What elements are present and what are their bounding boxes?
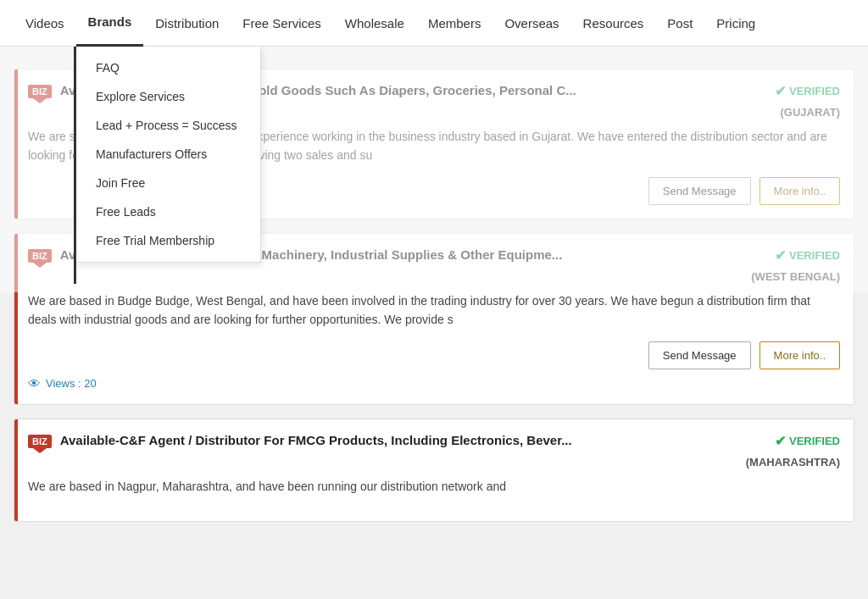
nav-item-post[interactable]: Post [655, 0, 704, 47]
biz-badge-wrap-3: BIZ [28, 435, 52, 448]
card-left-bar-2 [14, 234, 18, 404]
eye-icon-2: 👁 [28, 376, 41, 391]
nav-item-pricing[interactable]: Pricing [704, 0, 767, 47]
nav-label-resources: Resources [583, 16, 644, 31]
verified-icon-2: ✔ [775, 247, 786, 263]
location-3: (MAHARASHTRA) [28, 456, 840, 469]
card-desc-2: We are based in Budge Budge, West Bengal… [28, 291, 840, 330]
verified-badge-1: ✔ VERIFIED [775, 83, 840, 99]
nav-left-bar [74, 47, 76, 284]
biz-badge-2: BIZ [28, 249, 52, 263]
verified-text-1: VERIFIED [789, 85, 840, 97]
nav-label-distribution: Distribution [155, 16, 219, 31]
verified-text-3: VERIFIED [789, 435, 840, 447]
nav-item-overseas[interactable]: Overseas [492, 0, 570, 47]
nav-label-overseas: Overseas [504, 16, 559, 31]
card-left-bar [14, 69, 18, 219]
biz-badge-wrap-2: BIZ [28, 249, 52, 263]
dropdown-item-explore-services[interactable]: Explore Services [75, 82, 260, 111]
verified-icon-3: ✔ [775, 433, 786, 449]
nav-item-wholesale[interactable]: Wholesale [333, 0, 416, 47]
views-row-2: 👁 Views : 20 [28, 376, 840, 391]
verified-badge-2: ✔ VERIFIED [775, 247, 840, 263]
nav-item-resources[interactable]: Resources [571, 0, 656, 47]
card-title-3: Available-C&F Agent / Distributor For FM… [60, 433, 766, 447]
listing-card-3: BIZ Available-C&F Agent / Distributor Fo… [14, 419, 854, 522]
biz-badge-1: BIZ [28, 85, 52, 98]
more-info-btn-2[interactable]: More info.. [760, 341, 840, 369]
dropdown-item-faq[interactable]: FAQ [75, 53, 260, 82]
views-count-2: Views : 20 [46, 377, 97, 390]
nav-label-post: Post [667, 16, 693, 31]
nav-label-free-services: Free Services [242, 16, 321, 31]
location-2: (WEST BENGAL) [28, 270, 840, 283]
nav-item-videos[interactable]: Videos [14, 0, 76, 47]
dropdown-item-free-leads[interactable]: Free Leads [75, 197, 260, 226]
nav-item-members[interactable]: Members [416, 0, 493, 47]
nav-item-distribution[interactable]: Distribution [143, 0, 231, 47]
verified-icon-1: ✔ [775, 83, 786, 99]
dropdown-item-free-trial[interactable]: Free Trial Membership [75, 226, 260, 255]
send-message-btn-2[interactable]: Send Message [648, 341, 751, 369]
dropdown-item-lead-process[interactable]: Lead + Process = Success [75, 111, 260, 140]
card-header-3: BIZ Available-C&F Agent / Distributor Fo… [28, 433, 840, 449]
nav-label-videos: Videos [25, 16, 64, 31]
nav-label-brands: Brands [88, 14, 132, 29]
send-message-btn-1[interactable]: Send Message [648, 177, 751, 205]
dropdown-item-manufacturers-offers[interactable]: Manufacturers Offers [75, 140, 260, 169]
nav-item-brands[interactable]: Brands [76, 0, 144, 47]
dropdown-item-join-free[interactable]: Join Free [75, 169, 260, 197]
nav-label-wholesale: Wholesale [345, 16, 404, 31]
navbar: Videos Brands Distribution Free Services… [0, 0, 868, 47]
nav-label-members: Members [428, 16, 481, 31]
verified-text-2: VERIFIED [789, 249, 840, 262]
dropdown-menu: FAQ Explore Services Lead + Process = Su… [75, 47, 261, 263]
biz-badge-wrap-1: BIZ [28, 85, 52, 98]
card-left-bar-3 [14, 419, 18, 521]
biz-badge-3: BIZ [28, 435, 52, 448]
nav-item-free-services[interactable]: Free Services [231, 0, 333, 47]
verified-badge-3: ✔ VERIFIED [775, 433, 840, 449]
card-actions-2: Send Message More info.. [28, 341, 840, 369]
more-info-btn-1[interactable]: More info.. [760, 177, 840, 205]
card-desc-3: We are based in Nagpur, Maharashtra, and… [28, 477, 840, 496]
nav-label-pricing: Pricing [716, 16, 755, 31]
